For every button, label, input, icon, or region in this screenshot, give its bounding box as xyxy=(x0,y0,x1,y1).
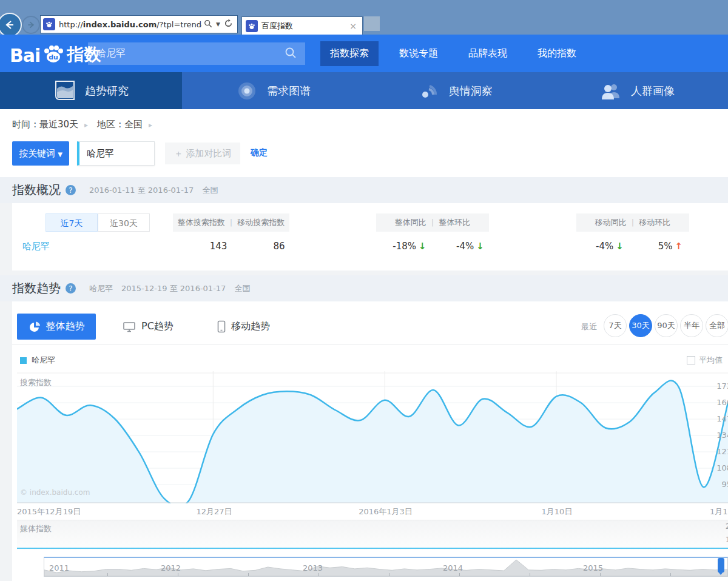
navigator-tick xyxy=(107,573,108,576)
trend-section-header: 指数趋势 ? 哈尼罕 2015-12-19 至 2016-01-17 全国 xyxy=(0,275,728,301)
overview-row-keyword[interactable]: 哈尼罕 xyxy=(22,241,50,252)
navigator-tick xyxy=(178,573,178,576)
phone-icon xyxy=(217,320,226,333)
tab-mobile-trend[interactable]: 移动趋势 xyxy=(217,314,270,340)
navigator-tick xyxy=(248,573,249,576)
range-90-days[interactable]: 90天 xyxy=(655,314,678,337)
tab-label: PC趋势 xyxy=(141,320,174,333)
subnav-audience-profile[interactable]: 人群画像 xyxy=(546,72,728,109)
trend-title: 指数趋势 xyxy=(12,280,61,297)
subnav-sentiment-insight[interactable]: 舆情洞察 xyxy=(364,72,546,109)
baidu-index-logo[interactable]: Bai du 指数 xyxy=(10,42,101,66)
baidu-paw-icon: du xyxy=(41,42,66,66)
browser-tab[interactable]: 百度指数 × xyxy=(241,16,363,35)
subnav-label: 人群画像 xyxy=(631,84,675,98)
x-tick: 2016年1月3日 xyxy=(351,506,420,517)
mobile-mom-value: 5%↑ xyxy=(643,241,698,252)
address-search-icon[interactable] xyxy=(204,19,212,30)
tab-last-30-days[interactable]: 近30天 xyxy=(98,213,150,232)
demand-graph-icon xyxy=(235,80,258,102)
tab-title: 百度指数 xyxy=(261,21,348,32)
chevron-right-icon: ▸ xyxy=(84,121,88,129)
range-7-days[interactable]: 7天 xyxy=(604,314,627,337)
subnav-label: 趋势研究 xyxy=(85,84,129,98)
trend-chart-icon xyxy=(53,80,76,102)
header-search-input[interactable] xyxy=(88,48,276,59)
trend-card: 整体趋势 PC趋势 移动趋势 最近 7天 30天 90天 半年 全部 哈尼罕 xyxy=(12,301,728,581)
overview-title: 指数概况 xyxy=(12,182,61,198)
x-tick: 2015年12月19日 xyxy=(17,506,81,517)
y-tick: 134 xyxy=(707,431,728,440)
menu-item-data-topics[interactable]: 数说专题 xyxy=(389,41,448,66)
search-index-chart[interactable]: 搜索指数 © index.baidu.com 95108121134147160… xyxy=(17,371,728,503)
new-tab-button[interactable] xyxy=(364,16,380,31)
navigator-tick xyxy=(600,573,601,576)
overview-card: 近7天 近30天 整体搜索指数|移动搜索指数 整体同比|整体环比 移动同比|移动… xyxy=(12,203,728,270)
tab-overall-trend[interactable]: 整体趋势 xyxy=(17,314,96,340)
by-keyword-dropdown[interactable]: 按关键词▼ xyxy=(12,141,69,166)
divider xyxy=(12,344,728,344)
sentiment-radar-icon xyxy=(417,80,440,102)
header-search-icon[interactable] xyxy=(276,47,305,61)
overall-yoy-value: -18%↓ xyxy=(382,241,437,252)
timeline-navigator[interactable]: 2011 2012 2013 2014 2015 xyxy=(44,557,728,577)
trend-region: 全国 xyxy=(234,283,250,294)
tab-favicon xyxy=(246,20,258,32)
filter-breadcrumb: 时间：最近30天▸ 地区：全国▸ xyxy=(12,119,158,130)
time-filter[interactable]: 时间：最近30天 xyxy=(12,119,78,130)
region-filter[interactable]: 地区：全国 xyxy=(97,119,143,130)
trend-date-range: 2015-12-19 至 2016-01-17 xyxy=(121,283,226,294)
menu-item-my-index[interactable]: 我的指数 xyxy=(528,41,586,66)
url-text: http://index.baidu.com/?tpl=trend&word=% xyxy=(59,20,202,29)
range-half-year[interactable]: 半年 xyxy=(680,314,703,337)
column-header-mobile-compare: 移动同比|移动环比 xyxy=(576,213,689,232)
media-index-chart[interactable]: 媒体指数 2 1 xyxy=(17,520,728,550)
navigator-year: 2015 xyxy=(583,563,603,573)
menu-item-index-explore[interactable]: 指数探索 xyxy=(320,41,379,66)
refresh-icon[interactable] xyxy=(224,19,233,30)
subnav-demand-graph[interactable]: 需求图谱 xyxy=(182,72,364,109)
address-bar[interactable]: http://index.baidu.com/?tpl=trend&word=%… xyxy=(40,15,238,33)
tab-last-7-days[interactable]: 近7天 xyxy=(46,213,98,232)
subnav-trend-research[interactable]: 趋势研究 xyxy=(0,72,182,109)
browser-forward-button[interactable] xyxy=(22,16,40,34)
help-icon[interactable]: ? xyxy=(66,185,76,195)
svg-text:du: du xyxy=(49,53,59,61)
media-index-axis-label: 媒体指数 xyxy=(20,523,52,534)
add-compare-button[interactable]: ＋ 添加对比词 xyxy=(165,143,240,164)
average-checkbox[interactable]: 平均值 xyxy=(687,355,723,366)
y-tick: 173 xyxy=(707,381,728,391)
tab-pc-trend[interactable]: PC趋势 xyxy=(123,314,174,340)
down-arrow-icon: ↓ xyxy=(419,241,426,252)
legend-label: 哈尼罕 xyxy=(32,355,55,366)
browser-back-button[interactable] xyxy=(0,13,22,37)
help-icon[interactable]: ? xyxy=(66,283,76,294)
browser-chrome: http://index.baidu.com/?tpl=trend&word=%… xyxy=(0,0,728,35)
baidu-index-page: http://index.baidu.com/?tpl=trend&word=%… xyxy=(0,0,728,581)
keyword-input[interactable] xyxy=(77,141,155,166)
forward-arrow-icon xyxy=(27,21,35,29)
confirm-button[interactable]: 确定 xyxy=(251,147,268,158)
address-dropdown-icon[interactable]: ▼ xyxy=(216,21,220,27)
filter-section: 时间：最近30天▸ 地区：全国▸ 按关键词▼ ＋ 添加对比词 确定 xyxy=(0,109,728,177)
column-header-overall-compare: 整体同比|整体环比 xyxy=(376,213,489,232)
x-tick: 1月10日 xyxy=(536,506,578,517)
navigator-tick xyxy=(389,573,389,576)
checkbox-icon[interactable] xyxy=(687,356,695,364)
pie-chart-icon xyxy=(29,321,41,333)
overall-search-index-value: 143 xyxy=(200,241,237,252)
back-arrow-icon xyxy=(4,19,15,30)
range-30-days[interactable]: 30天 xyxy=(629,314,652,337)
range-all[interactable]: 全部 xyxy=(706,314,728,337)
audience-people-icon xyxy=(599,80,622,102)
navigator-tick xyxy=(530,573,530,576)
tab-close-icon[interactable]: × xyxy=(348,21,359,31)
header-search-box[interactable] xyxy=(88,42,305,65)
subnav-label: 需求图谱 xyxy=(267,84,311,98)
navigator-handle[interactable] xyxy=(718,558,724,573)
y-tick: 160 xyxy=(707,398,728,407)
menu-item-brand[interactable]: 品牌表现 xyxy=(459,41,517,66)
header-menu: 指数探索 数说专题 品牌表现 我的指数 xyxy=(320,41,597,66)
media-y-tick: 1 xyxy=(715,535,728,544)
media-index-zero-line xyxy=(17,548,728,549)
